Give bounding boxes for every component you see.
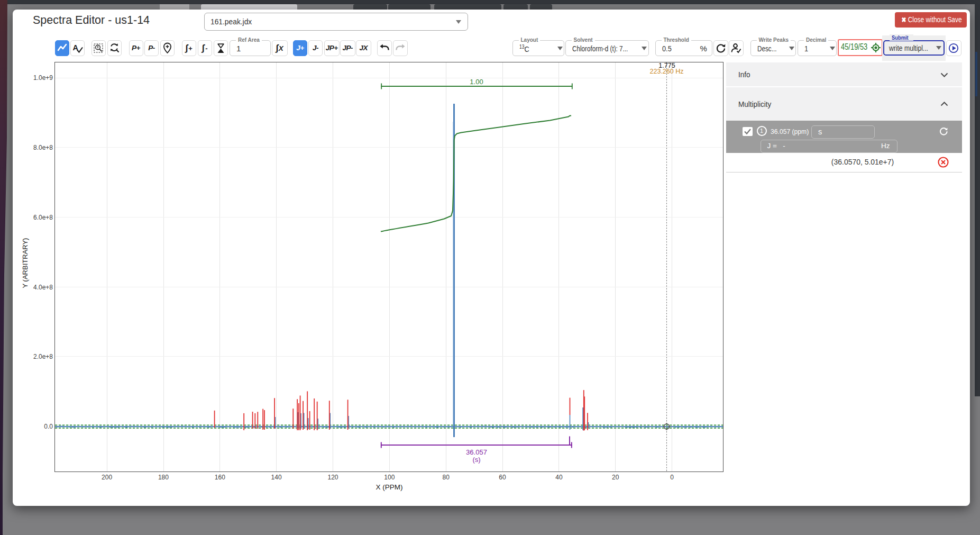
svg-text:1.0e+9: 1.0e+9	[33, 74, 53, 81]
svg-text:100: 100	[384, 474, 395, 481]
svg-text:4.0e+8: 4.0e+8	[33, 284, 53, 291]
svg-text:0.0: 0.0	[44, 423, 53, 430]
svg-text:(s): (s)	[472, 456, 480, 464]
svg-text:2.0e+8: 2.0e+8	[33, 353, 53, 360]
svg-text:20: 20	[612, 474, 619, 481]
svg-text:80: 80	[443, 474, 450, 481]
svg-text:120: 120	[327, 474, 338, 481]
svg-text:6.0e+8: 6.0e+8	[33, 214, 53, 221]
svg-text:0: 0	[670, 474, 674, 481]
svg-text:X (PPM): X (PPM)	[375, 483, 402, 491]
svg-text:160: 160	[215, 474, 225, 481]
svg-text:40: 40	[555, 474, 563, 481]
svg-text:223.260 Hz: 223.260 Hz	[650, 68, 684, 75]
svg-text:60: 60	[499, 474, 506, 481]
svg-text:180: 180	[158, 474, 169, 481]
svg-text:Y (ARBITRARY): Y (ARBITRARY)	[21, 238, 29, 288]
svg-text:8.0e+8: 8.0e+8	[33, 144, 53, 151]
svg-text:1.00: 1.00	[470, 78, 483, 86]
svg-text:200: 200	[102, 474, 112, 481]
svg-text:140: 140	[271, 474, 282, 481]
